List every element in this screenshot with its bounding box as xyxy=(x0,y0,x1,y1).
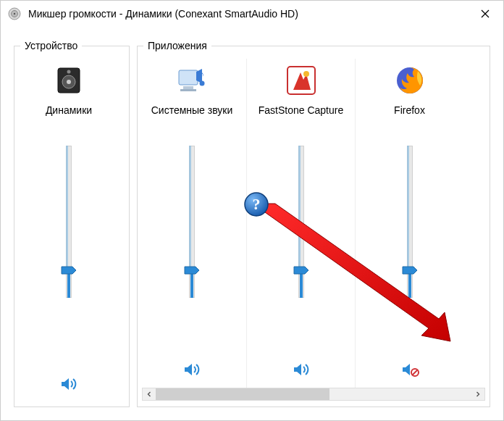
faststone-icon[interactable] xyxy=(284,63,319,98)
speaker-icon xyxy=(59,375,78,393)
channel-device-speakers: Динамики xyxy=(14,59,123,402)
channel-label: Системные звуки xyxy=(151,104,233,130)
mute-button[interactable] xyxy=(182,360,201,379)
volume-slider-zone xyxy=(14,146,123,366)
firefox-icon[interactable] xyxy=(392,63,427,98)
volume-slider[interactable] xyxy=(291,146,311,298)
chevron-right-icon xyxy=(475,391,481,397)
device-group: Устройство Динамики xyxy=(14,40,130,407)
svg-rect-11 xyxy=(183,86,193,89)
applications-group-legend: Приложения xyxy=(143,40,211,51)
slider-fill xyxy=(190,270,193,298)
apps-horizontal-scrollbar[interactable] xyxy=(142,388,485,401)
mute-button-muted[interactable] xyxy=(400,360,419,379)
channel-app-firefox: Firefox xyxy=(355,59,463,388)
mute-button[interactable] xyxy=(292,360,311,379)
volume-slider-zone xyxy=(356,146,463,351)
channel-app-system-sounds: ♪ Системные звуки xyxy=(138,59,246,388)
volume-slider[interactable] xyxy=(182,146,202,298)
scroll-left-button[interactable] xyxy=(143,388,156,400)
scroll-thumb[interactable] xyxy=(156,388,329,400)
close-button[interactable] xyxy=(469,2,502,25)
svg-rect-12 xyxy=(180,89,196,91)
slider-peak xyxy=(66,146,68,270)
titlebar: Микшер громкости - Динамики (Conexant Sm… xyxy=(1,1,503,27)
svg-point-8 xyxy=(67,70,71,74)
window-title: Микшер громкости - Динамики (Conexant Sm… xyxy=(28,8,469,20)
chevron-left-icon xyxy=(146,391,152,397)
svg-point-17 xyxy=(303,71,309,77)
slider-fill xyxy=(408,270,411,298)
applications-group: Приложения ♪ Системные звуки xyxy=(137,40,490,407)
svg-point-13 xyxy=(200,81,205,86)
mute-button[interactable] xyxy=(59,375,78,393)
close-icon xyxy=(481,9,490,18)
volume-slider[interactable] xyxy=(400,146,420,298)
speaker-muted-icon xyxy=(400,360,419,379)
svg-rect-10 xyxy=(179,70,198,85)
volume-mixer-window: Микшер громкости - Динамики (Conexant Sm… xyxy=(0,0,504,421)
speaker-icon xyxy=(292,360,311,379)
volume-slider-zone xyxy=(138,146,246,351)
slider-peak xyxy=(407,146,409,270)
content-area: Устройство Динамики Приложения xyxy=(1,27,503,420)
svg-point-7 xyxy=(67,80,71,84)
app-icon-volume-mixer xyxy=(8,7,21,20)
speaker-icon xyxy=(182,360,201,379)
slider-peak xyxy=(189,146,191,270)
scroll-right-button[interactable] xyxy=(471,388,484,400)
volume-slider[interactable] xyxy=(59,146,79,298)
channel-label: Firefox xyxy=(394,104,425,130)
scroll-track[interactable] xyxy=(156,388,471,400)
channel-label: FastStone Capture xyxy=(259,104,344,130)
device-group-legend: Устройство xyxy=(20,40,82,51)
system-sounds-icon[interactable]: ♪ xyxy=(175,63,209,98)
volume-slider-zone xyxy=(247,146,355,351)
slider-fill xyxy=(300,270,303,298)
svg-point-2 xyxy=(14,13,15,14)
svg-line-22 xyxy=(412,370,417,375)
speaker-device-icon[interactable] xyxy=(51,63,86,98)
svg-text:♪: ♪ xyxy=(199,68,204,80)
slider-peak xyxy=(298,146,301,270)
slider-fill xyxy=(67,270,70,298)
channel-label: Динамики xyxy=(46,104,92,130)
channel-app-faststone: FastStone Capture xyxy=(246,59,355,388)
